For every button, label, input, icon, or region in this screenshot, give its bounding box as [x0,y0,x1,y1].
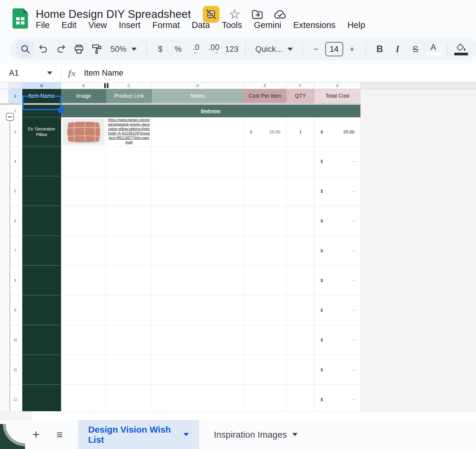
menu-extensions[interactable]: Extensions [293,20,335,30]
cell-f1[interactable]: QTY [287,89,315,103]
function-icon[interactable]: fx [68,68,76,78]
column-header-c[interactable]: C [106,82,152,89]
paint-format-icon[interactable] [88,40,106,58]
cell-b12[interactable] [61,385,106,411]
row-number[interactable]: 11 [8,355,22,385]
cell-e7[interactable] [244,236,287,266]
row-number[interactable]: 8 [8,266,22,295]
cell-b7[interactable] [61,236,106,266]
row-number[interactable]: 1 [8,89,22,103]
cell-c3-product-link[interactable]: https://www.target.com/p/windowpane-wove… [106,117,152,146]
name-box[interactable]: A1 [0,68,45,78]
cell-d1[interactable]: Notes [152,89,244,103]
cell-d3-notes[interactable] [152,117,244,146]
row-number[interactable]: 6 [8,206,22,236]
cell-e1[interactable]: Cost Per Item [244,89,287,103]
text-color-button[interactable]: A [424,40,442,58]
cell-g11[interactable]: $- [315,355,361,385]
column-header-b[interactable]: B [61,82,106,89]
all-sheets-menu-icon[interactable]: ≡ [51,420,68,449]
menu-data[interactable]: Data [192,20,210,30]
document-title[interactable]: Home Design DIY Spreadsheet [36,8,191,21]
format-percent-button[interactable]: % [169,40,187,58]
bold-button[interactable]: B [371,40,389,58]
cell-c7[interactable] [106,236,152,266]
more-formats-button[interactable]: 123 [223,40,241,58]
undo-icon[interactable] [34,40,52,58]
cell-c9[interactable] [106,295,152,325]
cell-a6[interactable] [22,206,61,236]
cell-a9[interactable] [22,295,61,325]
cell-d7[interactable] [152,236,244,266]
cell-a10[interactable] [22,325,61,355]
cell-f8[interactable] [287,266,315,295]
cell-e8[interactable] [244,266,287,295]
cell-f10[interactable] [287,325,315,355]
star-icon[interactable]: ☆ [227,7,242,22]
column-header-f[interactable]: F [287,82,315,89]
cell-a1[interactable]: Item Name [22,89,61,103]
cell-e5[interactable] [244,176,287,206]
cell-c6[interactable] [106,206,152,236]
cell-a2[interactable] [22,105,61,117]
fill-color-button[interactable] [452,40,470,58]
cell-b9[interactable] [61,295,106,325]
cell-d5[interactable] [152,176,244,206]
tab-design-vision-wish-list[interactable]: Design Vision Wish List [78,420,199,449]
cell-g5[interactable]: $- [315,176,361,206]
cell-b4[interactable] [61,146,106,176]
cell-e9[interactable] [244,295,287,325]
cell-a5[interactable] [22,176,61,206]
cell-d9[interactable] [152,295,244,325]
cell-a11[interactable] [22,355,61,385]
cell-f7[interactable] [287,236,315,266]
cell-e11[interactable] [244,355,287,385]
row-number[interactable]: 12 [8,385,22,411]
fill-handle[interactable] [58,107,64,113]
cell-a7[interactable] [22,236,61,266]
cell-d8[interactable] [152,266,244,295]
redo-icon[interactable] [52,40,70,58]
search-icon[interactable] [16,40,34,58]
menu-file[interactable]: File [36,20,50,30]
cell-c11[interactable] [106,355,152,385]
chevron-down-icon[interactable] [292,433,298,436]
column-header-a[interactable]: A [22,82,61,89]
menu-help[interactable]: Help [347,20,365,30]
cell-g12[interactable]: $- [315,385,361,411]
cell-b3[interactable] [61,117,106,146]
add-sheet-button[interactable]: + [29,420,43,449]
increase-decimal-button[interactable]: .00→ [205,40,223,58]
cell-c10[interactable] [106,325,152,355]
cell-b1[interactable]: Image [61,89,106,103]
print-icon[interactable] [70,40,88,58]
cell-e4[interactable] [244,146,287,176]
select-all-corner[interactable] [8,82,22,89]
cell-d6[interactable] [152,206,244,236]
horizontal-scrollbar[interactable] [0,411,476,420]
menu-gemini[interactable]: Gemini [254,20,281,30]
cell-f4[interactable] [287,146,315,176]
column-resize-handle[interactable] [104,83,108,88]
cell-c8[interactable] [106,266,152,295]
zoom-control[interactable]: 50% [106,45,141,54]
cell-b5[interactable] [61,176,106,206]
menu-insert[interactable]: Insert [119,20,141,30]
cell-b6[interactable] [61,206,106,236]
decrease-decimal-button[interactable]: .0← [187,40,205,58]
cell-c1[interactable]: Product Link [106,89,152,103]
cell-g7[interactable]: $- [315,236,361,266]
cell-f12[interactable] [287,385,315,411]
font-family-select[interactable]: Quick... [251,45,298,54]
cell-d12[interactable] [152,385,244,411]
decrease-font-size-button[interactable]: − [307,40,325,58]
cell-e6[interactable] [244,206,287,236]
chevron-down-icon[interactable] [183,433,189,436]
cell-a4[interactable] [22,146,61,176]
cell-b11[interactable] [61,355,106,385]
cell-f6[interactable] [287,206,315,236]
cell-g3-total[interactable]: $ 25.00 [315,117,361,146]
column-header-e[interactable]: E [244,82,287,89]
tab-inspiration-images[interactable]: Inspiration Images [204,420,308,449]
row-number[interactable]: 5 [8,176,22,206]
